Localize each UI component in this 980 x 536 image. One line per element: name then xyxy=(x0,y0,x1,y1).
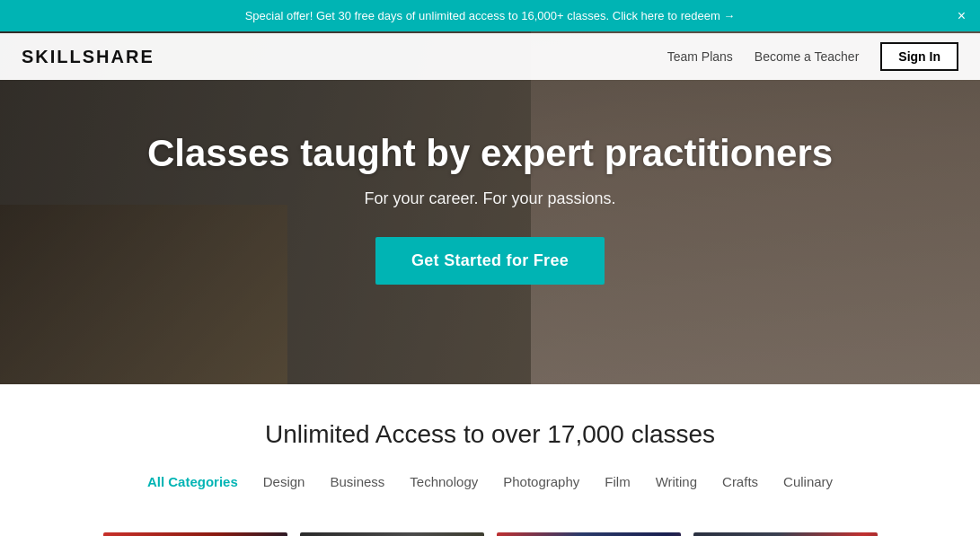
category-writing[interactable]: Writing xyxy=(656,474,697,489)
category-crafts[interactable]: Crafts xyxy=(722,474,758,489)
hero-section: Classes taught by expert practitioners F… xyxy=(0,31,980,384)
class-thumbnail-4[interactable] xyxy=(693,532,878,536)
class-thumbnail-3[interactable] xyxy=(497,532,681,536)
become-teacher-link[interactable]: Become a Teacher xyxy=(755,49,859,64)
get-started-button[interactable]: Get Started for Free xyxy=(375,237,605,285)
category-design[interactable]: Design xyxy=(263,474,305,489)
below-hero-section: Unlimited Access to over 17,000 classes … xyxy=(0,384,980,532)
hero-subtitle: For your career. For your passions. xyxy=(147,189,833,208)
hero-content: Classes taught by expert practitioners F… xyxy=(147,131,833,284)
hero-title: Classes taught by expert practitioners xyxy=(147,131,833,176)
class-thumbnail-1[interactable] xyxy=(103,532,287,536)
categories-nav: All Categories Design Business Technolog… xyxy=(22,474,958,489)
category-all[interactable]: All Categories xyxy=(147,474,238,489)
promo-banner: Special offer! Get 30 free days of unlim… xyxy=(0,0,980,31)
navbar: SKILLSHARE Team Plans Become a Teacher S… xyxy=(0,33,980,80)
site-logo[interactable]: SKILLSHARE xyxy=(22,47,155,67)
category-business[interactable]: Business xyxy=(330,474,384,489)
category-film[interactable]: Film xyxy=(605,474,630,489)
class-thumbnails xyxy=(0,532,980,536)
nav-links: Team Plans Become a Teacher Sign In xyxy=(667,42,958,71)
category-technology[interactable]: Technology xyxy=(410,474,478,489)
team-plans-link[interactable]: Team Plans xyxy=(667,49,733,64)
sign-in-button[interactable]: Sign In xyxy=(880,42,958,71)
class-thumbnail-2[interactable] xyxy=(300,532,484,536)
category-photography[interactable]: Photography xyxy=(503,474,579,489)
close-banner-button[interactable]: × xyxy=(958,9,966,23)
category-culinary[interactable]: Culinary xyxy=(783,474,833,489)
section-title: Unlimited Access to over 17,000 classes xyxy=(22,420,958,449)
banner-text[interactable]: Special offer! Get 30 free days of unlim… xyxy=(245,9,736,22)
